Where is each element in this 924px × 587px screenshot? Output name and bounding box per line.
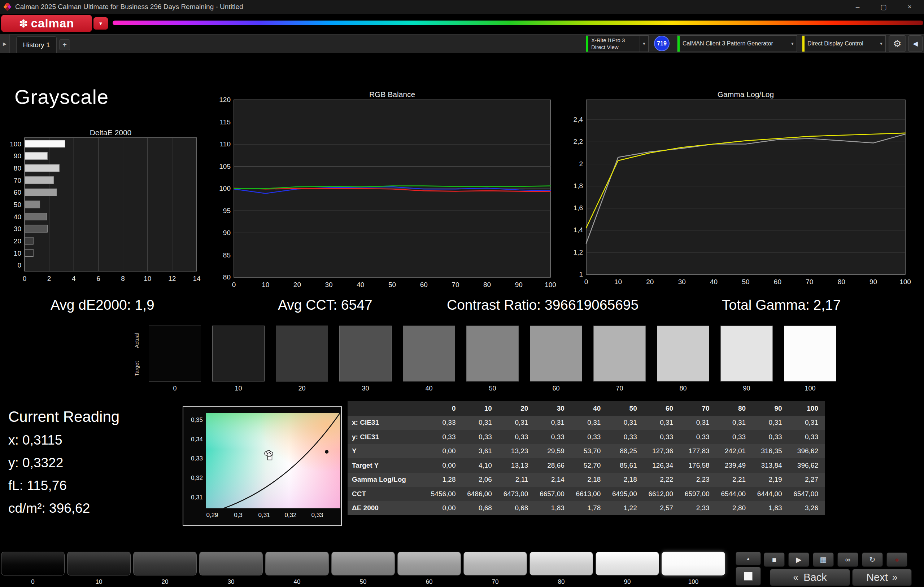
table-cell: 0,31 <box>607 416 643 430</box>
loop-button[interactable]: ∞ <box>837 552 858 567</box>
swatch-slot-20: 20 <box>276 326 328 392</box>
cie-xtick: 0,32 <box>280 511 301 519</box>
collapse-panel-button[interactable]: ◀ <box>908 35 922 52</box>
svg-text:90: 90 <box>14 152 21 160</box>
patch-button-10[interactable] <box>67 552 131 575</box>
table-cell: 6486,00 <box>462 487 498 501</box>
panel-toggle-button[interactable]: ▶ <box>0 34 10 53</box>
minimize-button[interactable]: – <box>848 0 868 14</box>
swatch-label: 80 <box>679 385 686 392</box>
svg-text:2,2: 2,2 <box>574 138 583 145</box>
table-cell: 6544,00 <box>716 487 752 501</box>
chevron-down-icon: ▼ <box>877 36 885 51</box>
calman-logo-button[interactable]: ✽ calman <box>1 15 92 32</box>
expand-controls-button[interactable]: ▲ <box>736 552 761 566</box>
svg-text:0: 0 <box>17 261 21 269</box>
patch-button-40[interactable] <box>265 552 329 575</box>
patch-button-label: 50 <box>360 578 367 585</box>
patch-button-70[interactable] <box>464 552 527 575</box>
patch-button-80[interactable] <box>530 552 593 575</box>
svg-text:115: 115 <box>220 118 231 126</box>
page-title: Grayscale <box>15 85 109 109</box>
patch-button-50[interactable] <box>331 552 395 575</box>
settings-button[interactable]: ⚙ <box>889 35 906 52</box>
cie-ytick: 0,33 <box>185 455 203 462</box>
meter-dropdown[interactable]: X-Rite i1Pro 3 Direct View ▼ <box>586 35 648 52</box>
transport-controls: ■▶▦∞↻● <box>764 552 908 567</box>
readings-table: 0102030405060708090100x: CIE310,330,310,… <box>348 401 825 515</box>
table-cell: 127,36 <box>644 444 680 459</box>
col-header-80: 80 <box>716 401 752 416</box>
chevrons-right-icon: » <box>892 572 898 583</box>
chevrons-left-icon: « <box>793 572 799 583</box>
table-cell: 0,33 <box>607 430 643 444</box>
cie-xtick: 0,3 <box>228 511 248 519</box>
table-cell: 2,57 <box>644 501 680 516</box>
table-cell: 1,22 <box>607 501 643 516</box>
table-cell: 0,31 <box>789 416 825 430</box>
add-tab-button[interactable]: + <box>59 39 70 50</box>
patch-button-0[interactable] <box>1 552 64 575</box>
table-cell: 0,31 <box>752 416 788 430</box>
svg-text:1,6: 1,6 <box>574 204 583 212</box>
table-cell: 3,61 <box>462 444 498 459</box>
display-control-dropdown[interactable]: Direct Display Control ▼ <box>802 35 886 52</box>
patch-button-90[interactable] <box>596 552 659 575</box>
table-cell: 0,33 <box>716 430 752 444</box>
refresh-button[interactable]: ↻ <box>862 552 883 567</box>
logo-menu-caret-button[interactable]: ▼ <box>94 17 108 30</box>
svg-text:90: 90 <box>515 281 523 288</box>
patch-slot-40: 40 <box>265 552 329 585</box>
grayscale-swatch-90 <box>720 326 773 381</box>
svg-text:8: 8 <box>121 275 125 282</box>
row-label: Target Y <box>348 458 426 473</box>
svg-text:40: 40 <box>356 281 364 288</box>
svg-text:2: 2 <box>579 160 583 168</box>
record-button[interactable]: ● <box>886 552 908 567</box>
close-button[interactable]: × <box>899 0 920 14</box>
stat-avg-cct: Avg CCT: 6547 <box>278 297 373 313</box>
stat-contrast-ratio: Contrast Ratio: 396619065695 <box>447 297 639 313</box>
table-cell: 2,18 <box>571 473 607 487</box>
patch-button-30[interactable] <box>199 552 263 575</box>
stop-icon: ■ <box>772 556 776 564</box>
patch-button-20[interactable] <box>133 552 197 575</box>
swatch-label: 0 <box>173 385 177 392</box>
stop-button[interactable]: ■ <box>764 552 785 567</box>
back-button[interactable]: « Back <box>770 569 850 586</box>
pattern-window-button[interactable] <box>736 567 761 585</box>
patch-slot-80: 80 <box>530 552 593 585</box>
table-cell: 85,61 <box>607 458 643 473</box>
patch-button-label: 10 <box>96 578 102 585</box>
maximize-button[interactable]: ▢ <box>873 0 894 14</box>
save-button[interactable]: ▦ <box>813 552 834 567</box>
svg-text:60: 60 <box>774 278 781 286</box>
cie-ytick: 0,31 <box>185 494 203 501</box>
grayscale-swatch-70 <box>593 326 646 381</box>
svg-text:1,8: 1,8 <box>574 182 583 190</box>
table-cell: 1,78 <box>571 501 607 516</box>
patch-button-60[interactable] <box>398 552 461 575</box>
next-button[interactable]: Next » <box>852 569 912 586</box>
play-button[interactable]: ▶ <box>788 552 809 567</box>
titlebar: Calman 2025 Calman Ultimate for Business… <box>0 0 924 14</box>
table-cell: 0,31 <box>644 416 680 430</box>
table-cell: 3,26 <box>789 501 825 516</box>
pattern-generator-dropdown[interactable]: CalMAN Client 3 Pattern Generator ▼ <box>677 35 797 52</box>
tab-history-1[interactable]: History 1 <box>16 36 57 53</box>
patch-button-label: 40 <box>294 578 301 585</box>
swatch-slot-70: 70 <box>593 326 646 392</box>
patch-button-row: 0102030405060708090100 <box>1 552 725 585</box>
col-header-40: 40 <box>571 401 607 416</box>
table-cell: 316,35 <box>752 444 788 459</box>
svg-text:50: 50 <box>388 281 396 288</box>
svg-text:110: 110 <box>220 140 231 148</box>
svg-text:70: 70 <box>14 177 21 184</box>
display-control-label: Direct Display Control <box>807 40 874 47</box>
svg-text:100: 100 <box>899 278 911 286</box>
patch-button-100[interactable] <box>662 552 725 575</box>
svg-text:60: 60 <box>14 189 21 196</box>
svg-text:0: 0 <box>23 275 27 282</box>
table-cell: 0,33 <box>535 430 571 444</box>
table-cell: 6612,00 <box>644 487 680 501</box>
